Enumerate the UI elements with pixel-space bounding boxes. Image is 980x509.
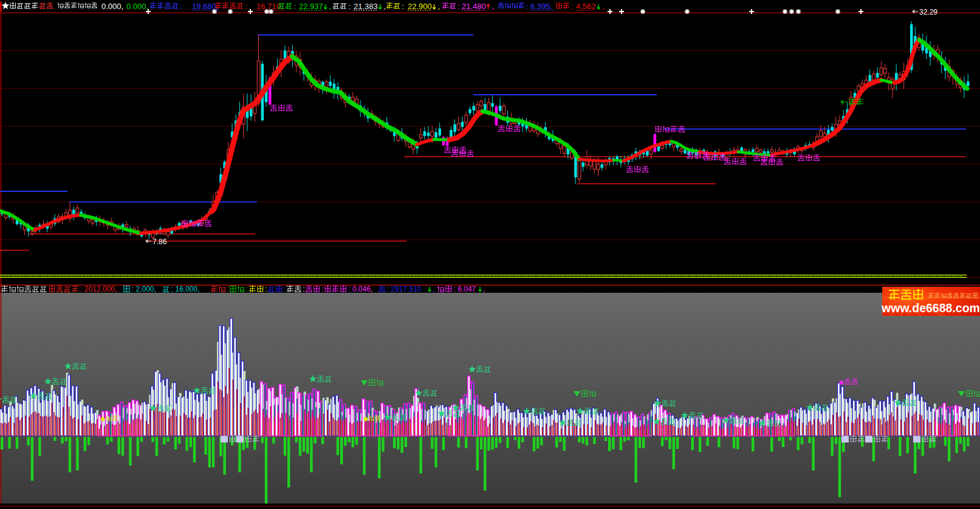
svg-text:4.562: 4.562 [576,2,596,11]
svg-text:,: , [433,285,434,293]
svg-text::: : [266,285,267,293]
svg-text:: 2.000,: : 2.000, [132,285,156,293]
svg-text::: : [322,285,324,293]
svg-text:: 2917.510: : 2917.510 [387,285,422,293]
svg-text::: : [245,2,247,11]
svg-text:,: , [602,2,605,11]
svg-text:,: , [492,2,495,11]
svg-text:21.383: 21.383 [354,2,378,11]
svg-text:,: , [329,2,332,11]
svg-text:0.000,: 0.000, [126,2,148,11]
svg-text::: : [293,2,296,11]
svg-text:,: , [438,2,440,11]
svg-text:21.480: 21.480 [462,2,486,11]
svg-text:: 2012.000,: : 2012.000, [80,285,117,293]
svg-text:: 16.000,: : 16.000, [171,285,200,293]
svg-text:32.29: 32.29 [919,8,937,16]
svg-text:22.900: 22.900 [408,2,432,11]
svg-text:7.86: 7.86 [152,237,167,246]
svg-text:,: , [483,285,485,293]
svg-text:: 0.046,: : 0.046, [348,285,372,293]
svg-text:,: , [384,2,386,11]
svg-text::: : [402,2,404,11]
svg-text:22.937: 22.937 [299,2,323,11]
svg-text::: : [303,285,305,293]
svg-text::: : [180,2,182,11]
svg-text::: : [348,2,351,11]
svg-text:6.395,: 6.395, [530,2,552,11]
svg-text:www.de6688.com: www.de6688.com [881,301,980,315]
svg-text::: : [526,2,528,11]
svg-text::: : [227,285,229,293]
svg-text:: 6.047: : 6.047 [454,285,476,293]
svg-text::: : [457,2,460,11]
svg-text::: : [246,285,248,293]
svg-text::: : [571,2,574,11]
svg-text:0.000,: 0.000, [101,2,123,11]
svg-text::: : [284,285,286,293]
